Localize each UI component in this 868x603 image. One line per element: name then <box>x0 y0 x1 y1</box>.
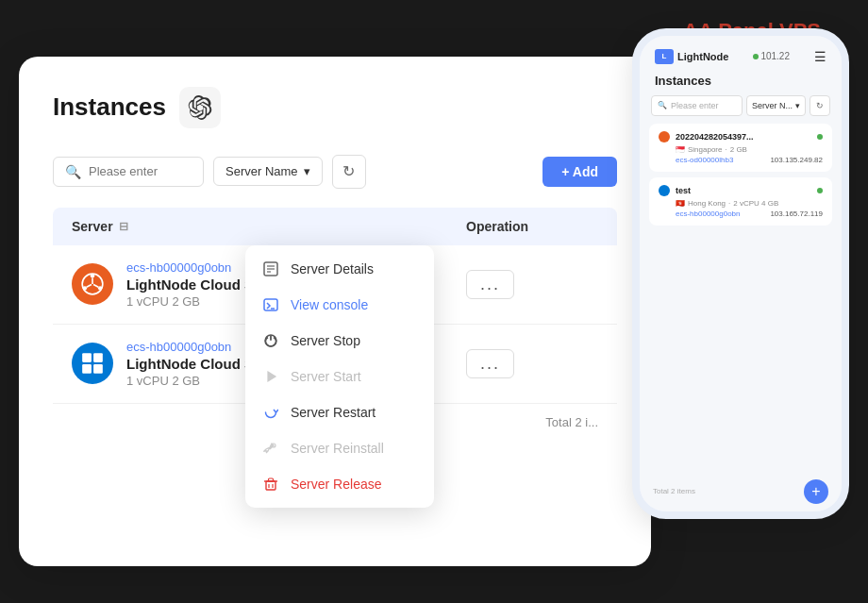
mobile-server-id-line-1: ecs-od00000lhb3 103.135.249.82 <box>659 156 823 164</box>
mobile-status-dot-2 <box>817 188 823 193</box>
mobile-hamburger-icon[interactable]: ☰ <box>814 49 826 64</box>
mobile-sid-1: ecs-od00000lhb3 <box>676 156 733 164</box>
mobile-search-row: 🔍 Please enter Server N... ▾ ↻ <box>649 95 832 124</box>
mobile-status-dot-1 <box>817 134 823 140</box>
mobile-chevron-icon: ▾ <box>795 101 800 110</box>
menu-label-server-start: Server Start <box>291 369 361 384</box>
mobile-ip-dot <box>753 54 759 59</box>
mobile-server-ip-1: 103.135.249.82 <box>770 156 823 164</box>
svg-rect-10 <box>93 364 103 374</box>
menu-label-server-details: Server Details <box>291 261 374 276</box>
svg-rect-8 <box>93 353 103 362</box>
context-menu: Server Details View console <box>245 245 434 508</box>
mobile-add-button[interactable]: + <box>804 479 828 504</box>
search-input[interactable] <box>89 164 192 178</box>
mobile-page-title: Instances <box>649 74 832 95</box>
more-options-button-1[interactable]: ... <box>466 270 514 299</box>
mobile-filter-select[interactable]: Server N... ▾ <box>746 95 806 116</box>
windows-server-icon <box>72 343 113 384</box>
menu-label-server-stop: Server Stop <box>291 333 360 348</box>
svg-rect-23 <box>269 478 274 481</box>
menu-item-server-details[interactable]: Server Details <box>245 251 434 287</box>
mobile-ubuntu-icon <box>659 131 670 142</box>
card-header: Instances <box>53 87 617 128</box>
ubuntu-server-icon <box>72 263 113 305</box>
filter-select[interactable]: Server Name ▾ <box>213 157 323 186</box>
svg-point-2 <box>83 286 87 290</box>
menu-item-server-restart[interactable]: Server Restart <box>245 394 434 430</box>
operation-cell-1: ... <box>466 270 598 299</box>
svg-point-3 <box>98 286 102 290</box>
col-operation-label: Operation <box>466 219 528 234</box>
mobile-total: Total 2 items <box>653 487 695 495</box>
server-details-icon <box>262 260 279 277</box>
chevron-down-icon: ▾ <box>304 164 310 178</box>
mobile-logo-text: LightNode <box>677 51 728 62</box>
menu-item-server-reinstall: Server Reinstall <box>245 430 434 466</box>
mobile-logo: L LightNode <box>655 49 728 64</box>
mobile-server-id-line-2: ecs-hb00000g0obn 103.165.72.119 <box>659 209 823 218</box>
mobile-search-input[interactable]: 🔍 Please enter <box>651 95 743 116</box>
mobile-bottom: Total 2 items + <box>649 472 832 511</box>
menu-label-server-release: Server Release <box>291 477 382 492</box>
filter-label: Server Name <box>225 164 298 178</box>
mobile-server-name-1: 202204282054397... <box>676 132 811 142</box>
mobile-server-loc-1: 🇸🇬 Singapore · 2 GB <box>659 145 823 154</box>
mobile-server-loc-2: 🇭🇰 Hong Kong · 2 vCPU 4 GB <box>659 199 823 208</box>
table-header: Server ⊟ Operation <box>53 208 617 245</box>
mobile-server-top-2: test <box>659 185 823 196</box>
menu-item-server-release[interactable]: Server Release <box>245 466 434 502</box>
menu-item-view-console[interactable]: View console <box>245 287 434 323</box>
svg-line-5 <box>87 285 92 288</box>
filter-icon: ⊟ <box>119 220 128 233</box>
menu-item-server-start: Server Start <box>245 359 434 394</box>
mobile-server-ip-2: 103.165.72.119 <box>770 209 823 218</box>
mobile-mockup: L LightNode 101.22 ☰ Instances 🔍 Please … <box>632 28 849 519</box>
mobile-server-card-1[interactable]: 202204282054397... 🇸🇬 Singapore · 2 GB e… <box>649 124 832 172</box>
mobile-server-top-1: 202204282054397... <box>659 131 823 142</box>
operation-cell-2: ... <box>466 349 598 378</box>
svg-point-1 <box>91 274 94 277</box>
server-restart-icon <box>262 404 279 421</box>
search-icon: 🔍 <box>65 164 81 179</box>
mobile-search-placeholder: Please enter <box>671 101 719 110</box>
server-stop-icon <box>262 332 279 349</box>
menu-item-server-stop[interactable]: Server Stop <box>245 323 434 359</box>
mobile-sid-2: ecs-hb00000g0obn <box>676 209 741 218</box>
mobile-ip: 101.22 <box>753 51 790 61</box>
view-console-icon <box>262 296 279 313</box>
server-release-icon <box>262 476 279 493</box>
mobile-topbar: L LightNode 101.22 ☰ <box>649 45 832 74</box>
refresh-button[interactable]: ↻ <box>332 155 366 189</box>
col-server-label: Server <box>72 219 113 234</box>
server-start-icon <box>262 368 279 385</box>
svg-line-6 <box>93 285 98 288</box>
menu-label-server-reinstall: Server Reinstall <box>291 441 384 456</box>
menu-label-server-restart: Server Restart <box>291 405 376 420</box>
svg-marker-19 <box>268 372 275 381</box>
mobile-refresh-button[interactable]: ↻ <box>810 95 830 116</box>
mobile-server-name-2: test <box>676 186 811 195</box>
menu-label-view-console: View console <box>291 297 368 312</box>
mobile-ip-text: 101.22 <box>760 51 790 61</box>
mobile-logo-icon: L <box>655 49 674 64</box>
mobile-filter-label: Server N... <box>752 101 793 110</box>
more-options-button-2[interactable]: ... <box>466 349 514 378</box>
mobile-search-icon: 🔍 <box>658 101 667 109</box>
server-reinstall-icon <box>262 440 279 457</box>
svg-rect-21 <box>266 481 275 490</box>
add-button[interactable]: + Add <box>542 157 617 187</box>
mobile-server-card-2[interactable]: test 🇭🇰 Hong Kong · 2 vCPU 4 GB ecs-hb00… <box>649 177 832 226</box>
search-container: 🔍 <box>53 157 204 187</box>
toolbar: 🔍 Server Name ▾ ↻ + Add <box>53 155 617 189</box>
mobile-windows-icon <box>659 185 670 196</box>
svg-rect-9 <box>82 364 92 374</box>
page-title: Instances <box>53 92 166 122</box>
openai-icon <box>179 87 221 128</box>
svg-rect-7 <box>82 353 92 362</box>
